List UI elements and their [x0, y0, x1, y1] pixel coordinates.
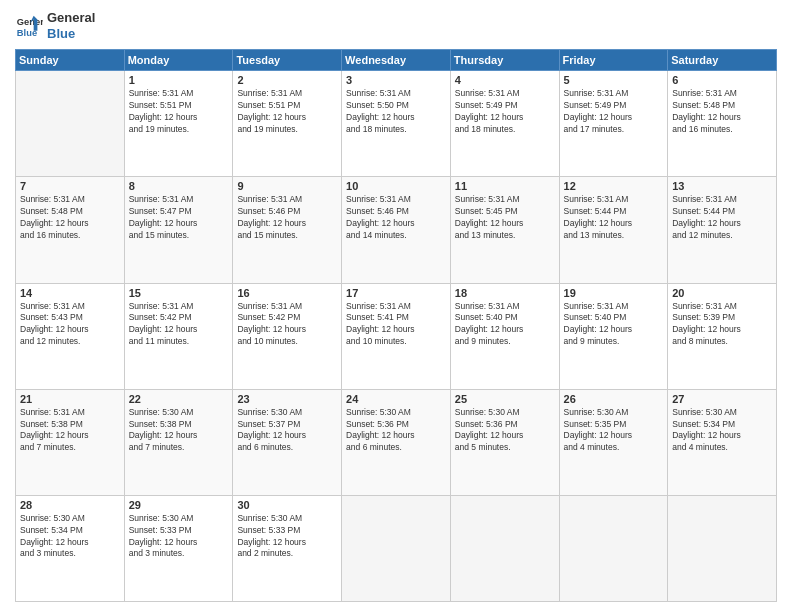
day-number: 14 [20, 287, 120, 299]
week-row-4: 21Sunrise: 5:31 AMSunset: 5:38 PMDayligh… [16, 389, 777, 495]
day-info: Sunrise: 5:31 AMSunset: 5:51 PMDaylight:… [129, 88, 229, 136]
day-info: Sunrise: 5:30 AMSunset: 5:33 PMDaylight:… [129, 513, 229, 561]
calendar-cell [559, 495, 668, 601]
day-info: Sunrise: 5:31 AMSunset: 5:47 PMDaylight:… [129, 194, 229, 242]
day-info: Sunrise: 5:30 AMSunset: 5:38 PMDaylight:… [129, 407, 229, 455]
calendar-cell: 28Sunrise: 5:30 AMSunset: 5:34 PMDayligh… [16, 495, 125, 601]
day-info: Sunrise: 5:31 AMSunset: 5:48 PMDaylight:… [672, 88, 772, 136]
day-info: Sunrise: 5:31 AMSunset: 5:50 PMDaylight:… [346, 88, 446, 136]
week-row-3: 14Sunrise: 5:31 AMSunset: 5:43 PMDayligh… [16, 283, 777, 389]
svg-text:General: General [17, 17, 43, 27]
calendar-cell: 11Sunrise: 5:31 AMSunset: 5:45 PMDayligh… [450, 177, 559, 283]
day-info: Sunrise: 5:30 AMSunset: 5:35 PMDaylight:… [564, 407, 664, 455]
day-number: 24 [346, 393, 446, 405]
day-number: 2 [237, 74, 337, 86]
day-number: 23 [237, 393, 337, 405]
week-row-1: 1Sunrise: 5:31 AMSunset: 5:51 PMDaylight… [16, 71, 777, 177]
day-info: Sunrise: 5:31 AMSunset: 5:43 PMDaylight:… [20, 301, 120, 349]
day-info: Sunrise: 5:31 AMSunset: 5:42 PMDaylight:… [237, 301, 337, 349]
day-number: 26 [564, 393, 664, 405]
day-info: Sunrise: 5:31 AMSunset: 5:45 PMDaylight:… [455, 194, 555, 242]
column-header-tuesday: Tuesday [233, 50, 342, 71]
calendar-cell: 17Sunrise: 5:31 AMSunset: 5:41 PMDayligh… [342, 283, 451, 389]
calendar-cell: 5Sunrise: 5:31 AMSunset: 5:49 PMDaylight… [559, 71, 668, 177]
calendar-cell: 19Sunrise: 5:31 AMSunset: 5:40 PMDayligh… [559, 283, 668, 389]
calendar-cell: 18Sunrise: 5:31 AMSunset: 5:40 PMDayligh… [450, 283, 559, 389]
day-info: Sunrise: 5:31 AMSunset: 5:42 PMDaylight:… [129, 301, 229, 349]
day-info: Sunrise: 5:30 AMSunset: 5:34 PMDaylight:… [20, 513, 120, 561]
day-number: 6 [672, 74, 772, 86]
calendar-cell: 27Sunrise: 5:30 AMSunset: 5:34 PMDayligh… [668, 389, 777, 495]
day-info: Sunrise: 5:30 AMSunset: 5:34 PMDaylight:… [672, 407, 772, 455]
calendar-cell: 3Sunrise: 5:31 AMSunset: 5:50 PMDaylight… [342, 71, 451, 177]
day-info: Sunrise: 5:31 AMSunset: 5:41 PMDaylight:… [346, 301, 446, 349]
day-info: Sunrise: 5:30 AMSunset: 5:36 PMDaylight:… [455, 407, 555, 455]
day-number: 8 [129, 180, 229, 192]
calendar-cell [450, 495, 559, 601]
day-number: 20 [672, 287, 772, 299]
calendar-cell: 12Sunrise: 5:31 AMSunset: 5:44 PMDayligh… [559, 177, 668, 283]
logo: General Blue General Blue [15, 10, 95, 41]
calendar-cell: 10Sunrise: 5:31 AMSunset: 5:46 PMDayligh… [342, 177, 451, 283]
day-number: 15 [129, 287, 229, 299]
day-info: Sunrise: 5:31 AMSunset: 5:38 PMDaylight:… [20, 407, 120, 455]
day-number: 19 [564, 287, 664, 299]
calendar-cell [16, 71, 125, 177]
day-number: 17 [346, 287, 446, 299]
calendar-cell: 4Sunrise: 5:31 AMSunset: 5:49 PMDaylight… [450, 71, 559, 177]
day-number: 27 [672, 393, 772, 405]
day-number: 1 [129, 74, 229, 86]
day-info: Sunrise: 5:31 AMSunset: 5:46 PMDaylight:… [346, 194, 446, 242]
calendar-cell [668, 495, 777, 601]
calendar-cell: 1Sunrise: 5:31 AMSunset: 5:51 PMDaylight… [124, 71, 233, 177]
day-number: 4 [455, 74, 555, 86]
column-header-sunday: Sunday [16, 50, 125, 71]
day-number: 7 [20, 180, 120, 192]
column-header-saturday: Saturday [668, 50, 777, 71]
calendar-cell: 2Sunrise: 5:31 AMSunset: 5:51 PMDaylight… [233, 71, 342, 177]
day-number: 3 [346, 74, 446, 86]
day-number: 22 [129, 393, 229, 405]
calendar-cell: 6Sunrise: 5:31 AMSunset: 5:48 PMDaylight… [668, 71, 777, 177]
day-number: 28 [20, 499, 120, 511]
day-number: 5 [564, 74, 664, 86]
calendar-cell: 24Sunrise: 5:30 AMSunset: 5:36 PMDayligh… [342, 389, 451, 495]
week-row-2: 7Sunrise: 5:31 AMSunset: 5:48 PMDaylight… [16, 177, 777, 283]
calendar-cell: 16Sunrise: 5:31 AMSunset: 5:42 PMDayligh… [233, 283, 342, 389]
day-number: 11 [455, 180, 555, 192]
day-info: Sunrise: 5:31 AMSunset: 5:49 PMDaylight:… [564, 88, 664, 136]
calendar-cell: 14Sunrise: 5:31 AMSunset: 5:43 PMDayligh… [16, 283, 125, 389]
column-header-thursday: Thursday [450, 50, 559, 71]
calendar-cell: 29Sunrise: 5:30 AMSunset: 5:33 PMDayligh… [124, 495, 233, 601]
day-number: 9 [237, 180, 337, 192]
day-info: Sunrise: 5:31 AMSunset: 5:44 PMDaylight:… [672, 194, 772, 242]
calendar-cell: 22Sunrise: 5:30 AMSunset: 5:38 PMDayligh… [124, 389, 233, 495]
column-header-friday: Friday [559, 50, 668, 71]
calendar-cell: 7Sunrise: 5:31 AMSunset: 5:48 PMDaylight… [16, 177, 125, 283]
column-header-wednesday: Wednesday [342, 50, 451, 71]
day-info: Sunrise: 5:31 AMSunset: 5:40 PMDaylight:… [564, 301, 664, 349]
day-info: Sunrise: 5:31 AMSunset: 5:46 PMDaylight:… [237, 194, 337, 242]
day-number: 16 [237, 287, 337, 299]
day-number: 18 [455, 287, 555, 299]
calendar-cell [342, 495, 451, 601]
calendar-cell: 25Sunrise: 5:30 AMSunset: 5:36 PMDayligh… [450, 389, 559, 495]
calendar-cell: 21Sunrise: 5:31 AMSunset: 5:38 PMDayligh… [16, 389, 125, 495]
day-number: 30 [237, 499, 337, 511]
calendar-cell: 8Sunrise: 5:31 AMSunset: 5:47 PMDaylight… [124, 177, 233, 283]
column-header-monday: Monday [124, 50, 233, 71]
calendar-cell: 15Sunrise: 5:31 AMSunset: 5:42 PMDayligh… [124, 283, 233, 389]
calendar-cell: 23Sunrise: 5:30 AMSunset: 5:37 PMDayligh… [233, 389, 342, 495]
calendar-cell: 20Sunrise: 5:31 AMSunset: 5:39 PMDayligh… [668, 283, 777, 389]
day-number: 29 [129, 499, 229, 511]
day-info: Sunrise: 5:31 AMSunset: 5:44 PMDaylight:… [564, 194, 664, 242]
day-info: Sunrise: 5:30 AMSunset: 5:33 PMDaylight:… [237, 513, 337, 561]
week-row-5: 28Sunrise: 5:30 AMSunset: 5:34 PMDayligh… [16, 495, 777, 601]
day-info: Sunrise: 5:31 AMSunset: 5:51 PMDaylight:… [237, 88, 337, 136]
day-info: Sunrise: 5:31 AMSunset: 5:40 PMDaylight:… [455, 301, 555, 349]
day-number: 10 [346, 180, 446, 192]
day-info: Sunrise: 5:30 AMSunset: 5:36 PMDaylight:… [346, 407, 446, 455]
calendar-cell: 30Sunrise: 5:30 AMSunset: 5:33 PMDayligh… [233, 495, 342, 601]
day-info: Sunrise: 5:31 AMSunset: 5:39 PMDaylight:… [672, 301, 772, 349]
day-number: 25 [455, 393, 555, 405]
